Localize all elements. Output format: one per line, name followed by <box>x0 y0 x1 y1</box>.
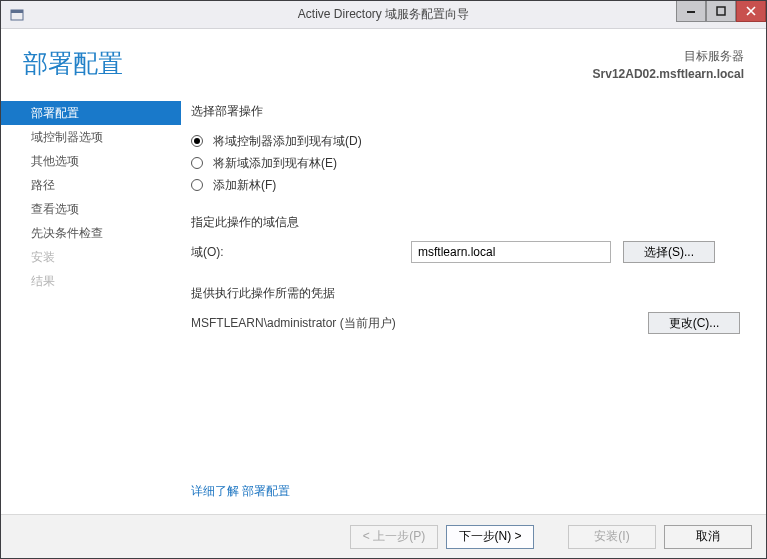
radio-add-domain-existing-forest[interactable]: 将新域添加到现有林(E) <box>191 152 740 174</box>
svg-rect-2 <box>687 11 695 13</box>
radio-icon <box>191 157 203 169</box>
window-controls <box>676 1 766 28</box>
domain-input[interactable] <box>411 241 611 263</box>
sidebar-item-review[interactable]: 查看选项 <box>1 197 181 221</box>
domain-row: 域(O): 选择(S)... <box>191 241 740 263</box>
prev-button: < 上一步(P) <box>350 525 438 549</box>
sidebar-item-deployment-config[interactable]: 部署配置 <box>1 101 181 125</box>
title-bar: Active Directory 域服务配置向导 <box>1 1 766 29</box>
radio-label: 添加新林(F) <box>213 177 276 194</box>
install-button: 安装(I) <box>568 525 656 549</box>
minimize-button[interactable] <box>676 0 706 22</box>
radio-label: 将新域添加到现有林(E) <box>213 155 337 172</box>
header: 部署配置 目标服务器 Srv12AD02.msftlearn.local <box>1 29 766 95</box>
radio-icon <box>191 135 203 147</box>
credentials-user: MSFTLEARN\administrator (当前用户) <box>191 315 396 332</box>
radio-add-dc-existing-domain[interactable]: 将域控制器添加到现有域(D) <box>191 130 740 152</box>
learn-more-link[interactable]: 部署配置 <box>242 484 290 498</box>
sidebar-item-results: 结果 <box>1 269 181 293</box>
maximize-button[interactable] <box>706 0 736 22</box>
domain-info-label: 指定此操作的域信息 <box>191 214 740 231</box>
select-domain-button[interactable]: 选择(S)... <box>623 241 715 263</box>
radio-icon <box>191 179 203 191</box>
radio-label: 将域控制器添加到现有域(D) <box>213 133 362 150</box>
credentials-row: MSFTLEARN\administrator (当前用户) 更改(C)... <box>191 312 740 334</box>
change-credentials-button[interactable]: 更改(C)... <box>648 312 740 334</box>
learn-more-row: 详细了解 部署配置 <box>191 483 290 500</box>
target-server-box: 目标服务器 Srv12AD02.msftlearn.local <box>593 47 744 83</box>
app-icon <box>7 5 27 25</box>
sidebar-item-install: 安装 <box>1 245 181 269</box>
cancel-button[interactable]: 取消 <box>664 525 752 549</box>
sidebar-item-other-options[interactable]: 其他选项 <box>1 149 181 173</box>
sidebar-item-dc-options[interactable]: 域控制器选项 <box>1 125 181 149</box>
next-button[interactable]: 下一步(N) > <box>446 525 534 549</box>
domain-field-label: 域(O): <box>191 244 411 261</box>
close-button[interactable] <box>736 0 766 22</box>
radio-add-new-forest[interactable]: 添加新林(F) <box>191 174 740 196</box>
target-server-label: 目标服务器 <box>593 47 744 65</box>
main-panel: 选择部署操作 将域控制器添加到现有域(D) 将新域添加到现有林(E) 添加新林(… <box>181 95 766 512</box>
sidebar-item-paths[interactable]: 路径 <box>1 173 181 197</box>
select-operation-label: 选择部署操作 <box>191 103 740 120</box>
window-title: Active Directory 域服务配置向导 <box>1 6 766 23</box>
credentials-label: 提供执行此操作所需的凭据 <box>191 285 740 302</box>
footer: < 上一步(P) 下一步(N) > 安装(I) 取消 <box>1 514 766 558</box>
target-server-name: Srv12AD02.msftlearn.local <box>593 65 744 83</box>
sidebar: 部署配置 域控制器选项 其他选项 路径 查看选项 先决条件检查 安装 结果 <box>1 95 181 512</box>
svg-rect-1 <box>11 10 23 13</box>
svg-rect-3 <box>717 7 725 15</box>
page-title: 部署配置 <box>23 47 123 80</box>
sidebar-item-prereq[interactable]: 先决条件检查 <box>1 221 181 245</box>
wizard-body: 部署配置 域控制器选项 其他选项 路径 查看选项 先决条件检查 安装 结果 选择… <box>1 95 766 512</box>
learn-more-prefix: 详细了解 <box>191 484 239 498</box>
